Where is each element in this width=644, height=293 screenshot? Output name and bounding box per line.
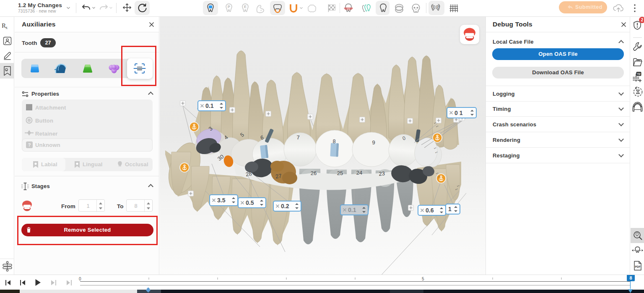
svg-text:7: 7 (296, 134, 299, 141)
svg-text:0: 0 (79, 277, 81, 281)
svg-text:P: P (228, 5, 230, 9)
svg-text:0.5: 0.5 (246, 199, 254, 206)
svg-text:2: 2 (437, 5, 439, 8)
svg-text:T2: T2 (637, 73, 641, 76)
svg-text:0 1: 0 1 (454, 110, 463, 116)
svg-text:8: 8 (629, 275, 632, 280)
svg-text:27: 27 (275, 173, 282, 180)
svg-text:23: 23 (379, 170, 385, 177)
svg-text:0.6: 0.6 (426, 207, 434, 214)
svg-text:8: 8 (332, 138, 335, 144)
svg-text:24: 24 (356, 170, 362, 176)
svg-text:1: 1 (448, 206, 452, 212)
svg-text:1: 1 (433, 5, 434, 8)
svg-text:28: 28 (245, 170, 252, 178)
svg-text:0.2: 0.2 (281, 203, 289, 209)
svg-text:PDF: PDF (635, 265, 641, 268)
svg-text:5: 5 (422, 277, 424, 281)
svg-text:E: E (244, 5, 247, 9)
svg-text:0.1: 0.1 (348, 207, 356, 213)
svg-text:3.5: 3.5 (217, 197, 226, 204)
svg-text:9: 9 (372, 139, 375, 146)
svg-text:25: 25 (337, 170, 343, 176)
svg-text:26: 26 (311, 170, 317, 176)
svg-text:0.1: 0.1 (205, 102, 214, 109)
